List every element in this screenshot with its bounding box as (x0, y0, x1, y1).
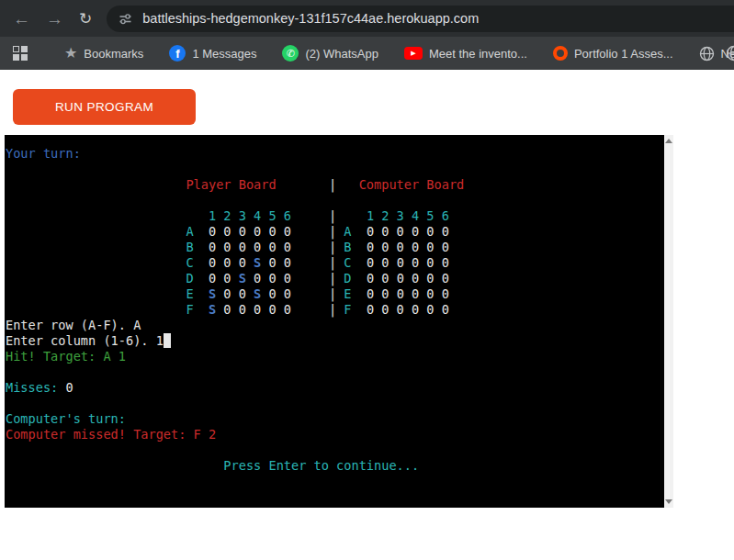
back-icon[interactable]: ← (13, 10, 30, 28)
bookmark-label: Meet the invento... (429, 47, 527, 61)
youtube-icon: ▶ (404, 47, 423, 60)
run-program-button[interactable]: RUN PROGRAM (13, 89, 196, 125)
bookmark-label: Bookmarks (84, 47, 143, 61)
apps-icon[interactable] (13, 46, 28, 61)
url-text: battleships-hedgemonkey-131f157c44ae.her… (142, 11, 479, 26)
bookmark-label: (2) WhatsApp (305, 47, 378, 61)
bookmark-whatsapp[interactable]: ✆ (2) WhatsApp (282, 45, 378, 62)
bookmark-portfolio[interactable]: Portfolio 1 Asses... (553, 46, 673, 61)
facebook-icon: f (169, 45, 186, 62)
bookmark-bookmarks[interactable]: ★ Bookmarks (64, 46, 143, 61)
globe-icon-partial[interactable] (726, 45, 734, 64)
terminal-output[interactable]: Your turn: Player Board | Computer Board… (5, 135, 664, 508)
whatsapp-icon: ✆ (282, 45, 299, 62)
star-icon: ★ (64, 46, 77, 61)
orange-ring-icon (553, 46, 568, 61)
scroll-up-arrow-icon[interactable] (665, 139, 672, 143)
bookmarks-bar: ★ Bookmarks f 1 Messages ✆ (2) WhatsApp … (0, 37, 734, 70)
bookmark-label: 1 Messages (192, 47, 256, 61)
bookmark-label: Portfolio 1 Asses... (574, 47, 673, 61)
site-info-icon[interactable] (119, 12, 132, 26)
browser-topbar: ← → ↻ battleships-hedgemonkey-131f157c44… (0, 0, 734, 37)
terminal-text: Your turn: Player Board | Computer Board… (5, 135, 664, 474)
globe-icon (699, 46, 715, 62)
forward-icon[interactable]: → (46, 10, 63, 28)
url-bar[interactable]: battleships-hedgemonkey-131f157c44ae.her… (107, 6, 734, 32)
terminal-scrollbar[interactable] (664, 135, 673, 508)
scroll-down-arrow-icon[interactable] (665, 499, 672, 504)
reload-icon[interactable]: ↻ (79, 11, 92, 27)
page-content: RUN PROGRAM Your turn: Player Board | Co… (0, 89, 734, 508)
bookmark-meet-the-inventor[interactable]: ▶ Meet the invento... (404, 47, 527, 61)
bookmark-messages[interactable]: f 1 Messages (169, 45, 256, 62)
